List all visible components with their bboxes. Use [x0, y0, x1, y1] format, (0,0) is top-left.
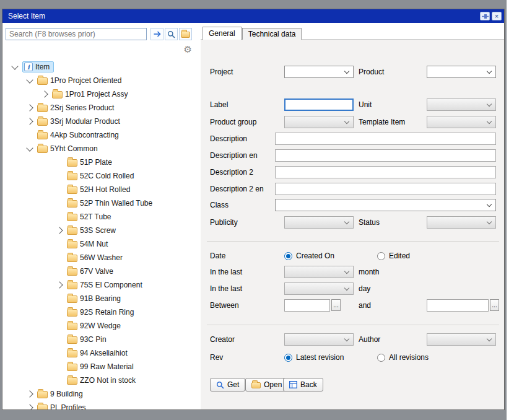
folder-icon: [67, 241, 77, 248]
tree-item-label: 1Pro Projcet Oriented: [50, 76, 121, 85]
expander-right-icon[interactable]: [25, 392, 35, 396]
go-button[interactable]: [150, 28, 163, 40]
pin-button[interactable]: [480, 12, 490, 20]
search-input[interactable]: [6, 28, 147, 40]
project-label: Project: [210, 66, 233, 78]
between-to-browse-button[interactable]: ...: [490, 299, 499, 311]
edited-radio-label: Edited: [389, 252, 410, 260]
tree-item-1pro1-project-assy[interactable]: 1Pro1 Project Assy: [2, 87, 201, 101]
between-from-browse-button[interactable]: ...: [331, 299, 341, 311]
tree-item-item[interactable]: Item: [2, 60, 201, 74]
folder-icon: [67, 282, 77, 289]
expander-down-icon[interactable]: [25, 79, 35, 82]
rev-label: Rev: [210, 351, 223, 364]
created-on-radio[interactable]: Created On: [284, 250, 334, 262]
description-en-input[interactable]: [275, 149, 496, 162]
author-combo[interactable]: [427, 333, 496, 346]
separator-1: [207, 241, 499, 242]
expander-right-icon[interactable]: [54, 228, 64, 233]
tree-item-zzo-not-in-stock[interactable]: ZZO Not in stock: [2, 374, 201, 387]
get-button-label: Get: [227, 380, 239, 389]
tree-item-pl-profiles[interactable]: PL Profiles: [2, 401, 201, 409]
all-revisions-radio[interactable]: All revisions: [377, 351, 429, 364]
expander-down-icon[interactable]: [10, 66, 20, 69]
description-2-en-input[interactable]: [275, 183, 496, 195]
folder-icon: [37, 105, 48, 112]
tree-item-51p-plate[interactable]: 51P Plate: [2, 155, 201, 169]
browse-folder-button[interactable]: [179, 28, 192, 40]
publicity-combo[interactable]: [284, 216, 354, 229]
unit-combo[interactable]: [427, 98, 496, 111]
tree-item-3srj-modular-product[interactable]: 3Srj Modular Product: [2, 115, 201, 128]
tree-item-52t-tube[interactable]: 52T Tube: [2, 210, 201, 224]
between-to-input[interactable]: [427, 299, 489, 312]
folder-icon: [67, 227, 77, 235]
expander-right-icon[interactable]: [25, 119, 35, 124]
latest-revision-radio[interactable]: Latest revision: [284, 351, 344, 364]
edited-radio[interactable]: Edited: [377, 250, 410, 262]
in-the-last-day-combo[interactable]: [284, 282, 354, 295]
description-en-label: Description en: [210, 149, 258, 162]
tree-item-67v-valve[interactable]: 67V Valve: [2, 265, 201, 278]
folder-icon: [67, 159, 77, 167]
radio-icon: [377, 252, 385, 260]
description-input[interactable]: [275, 133, 496, 145]
tree-item-label: 9 Building: [50, 390, 83, 398]
tree-item-label: 54M Nut: [80, 240, 108, 248]
tree-item-label: 3Srj Modular Product: [50, 117, 120, 126]
creator-combo[interactable]: [284, 333, 354, 346]
pin-icon: [482, 13, 489, 20]
search-button[interactable]: [165, 28, 178, 40]
label-input[interactable]: [284, 98, 354, 111]
publicity-label: Publicity: [210, 216, 238, 229]
tree-item-label: 2Srj Series Product: [50, 103, 114, 112]
tree-item-75s-el-component[interactable]: 75S El Component: [2, 278, 201, 292]
open-button[interactable]: Open: [245, 378, 288, 392]
tree-item-99-raw-material[interactable]: 99 Raw Material: [2, 360, 201, 374]
get-button[interactable]: Get: [210, 378, 245, 392]
form-panel: GeneralTechnical data ProjectProductLabe…: [201, 23, 504, 409]
tree-item-92w-wedge[interactable]: 92W Wedge: [2, 319, 201, 333]
tree-item-94-akseliaihiot[interactable]: 94 Akseliaihiot: [2, 346, 201, 360]
folder-icon: [37, 146, 48, 153]
product-combo[interactable]: [427, 66, 496, 78]
tree-item-93c-pin[interactable]: 93C Pin: [2, 333, 201, 346]
expander-right-icon[interactable]: [40, 92, 50, 97]
tree-item-52c-cold-rolled[interactable]: 52C Cold Rolled: [2, 169, 201, 183]
back-button[interactable]: Back: [283, 378, 323, 392]
in-the-last-month-combo[interactable]: [284, 266, 354, 278]
tree-item-2srj-series-product[interactable]: 2Srj Series Product: [2, 101, 201, 115]
tree-item-4akp-subcontracting[interactable]: 4Akp Subcontracting: [2, 128, 201, 142]
folder-icon: [67, 364, 77, 371]
tree-item-52p-thin-walled-tube[interactable]: 52P Thin Walled Tube: [2, 196, 201, 210]
status-combo[interactable]: [427, 216, 496, 229]
expander-right-icon[interactable]: [25, 105, 35, 110]
title-bar[interactable]: Select Item ×: [2, 9, 504, 23]
tree-item-52h-hot-rolled[interactable]: 52H Hot Rolled: [2, 183, 201, 196]
expander-right-icon[interactable]: [25, 405, 35, 409]
between-from-input[interactable]: [284, 299, 330, 312]
tree-item-label: 93C Pin: [80, 335, 107, 344]
template-item-combo[interactable]: [427, 116, 496, 128]
tree-item-1pro-projcet-oriented[interactable]: 1Pro Projcet Oriented: [2, 74, 201, 87]
expander-down-icon[interactable]: [25, 147, 35, 151]
tree-item-54m-nut[interactable]: 54M Nut: [2, 237, 201, 251]
tree-item-5yht-common[interactable]: 5Yht Common: [2, 142, 201, 155]
folder-icon: [67, 173, 77, 180]
folder-icon: [37, 405, 48, 409]
description-2-input[interactable]: [275, 166, 496, 178]
tree-item-91b-bearing[interactable]: 91B Bearing: [2, 292, 201, 305]
close-button[interactable]: ×: [492, 12, 502, 20]
created-on-radio-label: Created On: [296, 252, 334, 260]
tree-item-92s-retain-ring[interactable]: 92S Retain Ring: [2, 305, 201, 319]
tree-item-9-building[interactable]: 9 Building: [2, 387, 201, 401]
project-combo[interactable]: [284, 66, 354, 78]
gear-icon[interactable]: ⚙: [184, 45, 192, 54]
expander-right-icon[interactable]: [54, 282, 64, 287]
product-group-combo[interactable]: [284, 116, 354, 128]
close-icon: ×: [495, 13, 499, 20]
class-combo[interactable]: [275, 199, 496, 211]
tree-item-56w-washer[interactable]: 56W Washer: [2, 251, 201, 265]
creator-label: Creator: [210, 333, 235, 346]
tree-item-53s-screw[interactable]: 53S Screw: [2, 224, 201, 237]
